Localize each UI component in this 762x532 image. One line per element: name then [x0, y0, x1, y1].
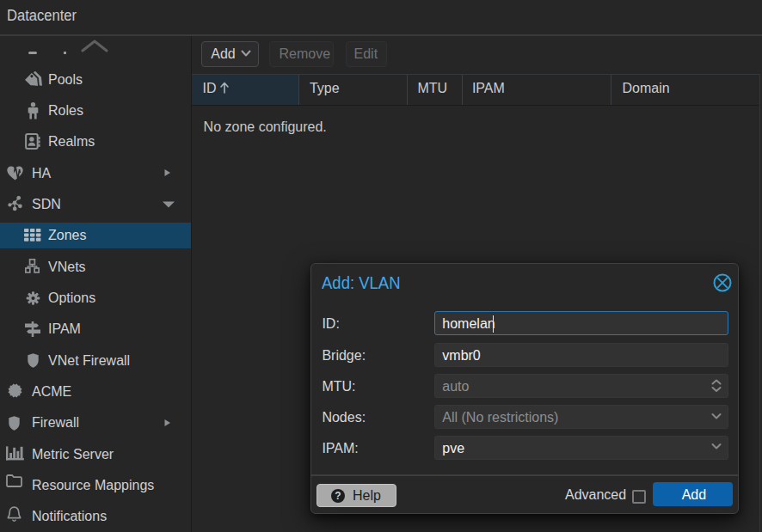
- svg-text:?: ?: [335, 490, 341, 502]
